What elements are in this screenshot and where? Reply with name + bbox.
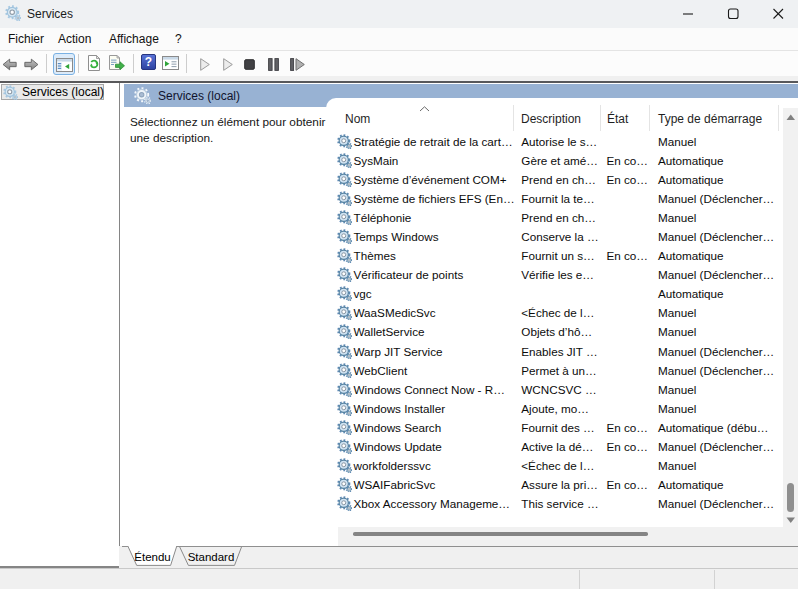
svg-text:Étendu: Étendu [134, 551, 170, 563]
svg-text:Standard: Standard [188, 551, 235, 563]
